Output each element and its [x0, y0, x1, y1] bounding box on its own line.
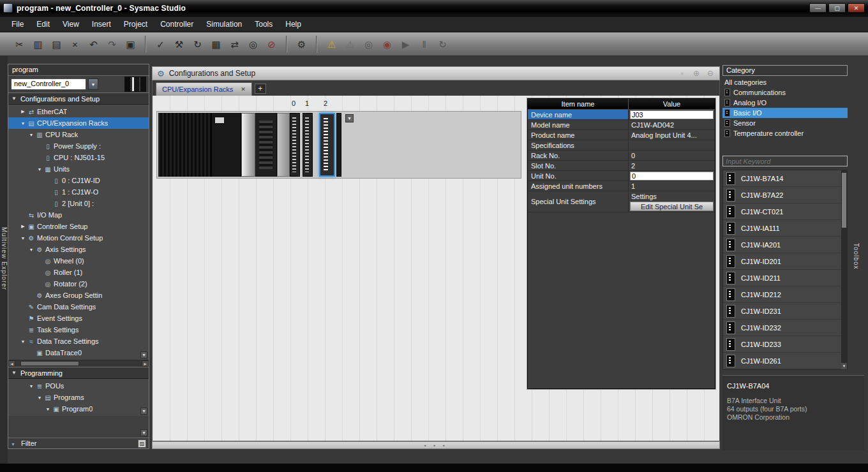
redo-button[interactable]: ↷	[103, 36, 121, 53]
collapse-icon[interactable]: ▼	[36, 395, 43, 400]
unit-item-cj1w-ct021[interactable]: CJ1W-CT021	[723, 203, 841, 220]
property-label-specifications[interactable]: Specifications	[528, 140, 629, 150]
monitor-button[interactable]: ◎	[360, 36, 377, 53]
menu-item-help[interactable]: Help	[279, 18, 308, 31]
menu-item-file[interactable]: File	[5, 18, 30, 31]
menu-item-view[interactable]: View	[56, 18, 86, 31]
check-program-button[interactable]: ✓	[152, 36, 169, 53]
tree-scroll-down-button[interactable]	[140, 351, 147, 358]
configurations-section-header[interactable]: Configurations and Setup	[8, 92, 149, 105]
property-label-model-name[interactable]: Model name	[528, 120, 629, 129]
rack-dropdown-button[interactable]	[345, 114, 354, 122]
cut-button[interactable]: ✂	[11, 36, 28, 53]
power-supply-unit[interactable]	[158, 113, 212, 177]
clear-warning-button[interactable]: ⚠	[341, 36, 359, 53]
tree-item-axes-group-settin[interactable]: ⚙Axes Group Settin	[8, 290, 149, 301]
controller-dropdown[interactable]: new_Controller_0	[11, 78, 86, 90]
chevron-down-icon[interactable]	[88, 78, 98, 90]
collapse-icon[interactable]: ▼	[27, 384, 35, 388]
tree-item-roller-1[interactable]: ◎Roller (1)	[8, 267, 149, 278]
unit-item-cj1w-id212[interactable]: CJ1W-ID212	[723, 286, 841, 303]
property-label-slot-no[interactable]: Slot No.	[528, 161, 629, 170]
menu-item-simulation[interactable]: Simulation	[200, 18, 248, 31]
tree-item-rotator-2[interactable]: ◎Rotator (2)	[8, 278, 149, 290]
add-tab-button[interactable]: +	[255, 84, 266, 94]
category-sensor[interactable]: Sensor	[722, 118, 848, 128]
tree-item-units[interactable]: ▼▦Units	[8, 163, 149, 175]
run-button[interactable]: ▶	[397, 36, 414, 53]
tree-item-i-o-map[interactable]: ⇆I/O Map	[8, 209, 149, 221]
tree-item-motion-control-setup[interactable]: ▼⚙Motion Control Setup	[8, 232, 149, 244]
scroll-down-icon[interactable]	[841, 363, 847, 369]
unit-item-cj1w-id201[interactable]: CJ1W-ID201	[723, 253, 841, 270]
tree-item-1-cj1w-o[interactable]: ▯1 : CJ1W-O	[8, 186, 149, 198]
close-button[interactable]: ✕	[848, 3, 865, 13]
unit-slot-1[interactable]	[303, 113, 313, 177]
keyword-search-input[interactable]	[722, 156, 848, 166]
tree-item-ethercat[interactable]: ▶⇄EtherCAT	[8, 106, 149, 117]
unit-item-cj1w-id232[interactable]: CJ1W-ID232	[723, 320, 841, 336]
property-label-special-unit-settings[interactable]: Special Unit Settings	[528, 191, 629, 212]
unit-item-cj1w-id231[interactable]: CJ1W-ID231	[723, 303, 841, 320]
property-label-device-name[interactable]: Device name	[528, 110, 629, 119]
memory-card-unit[interactable]	[241, 113, 255, 177]
horizontal-splitter[interactable]	[152, 441, 720, 449]
tab-close-icon[interactable]	[241, 86, 246, 92]
scrollbar-track[interactable]	[15, 360, 142, 367]
menu-item-edit[interactable]: Edit	[30, 18, 56, 31]
expand-icon[interactable]: ▶	[19, 109, 27, 114]
copy-button[interactable]: ▥	[29, 36, 47, 53]
collapse-icon[interactable]: ▼	[36, 167, 43, 172]
unit-item-cj1w-b7a22[interactable]: CJ1W-B7A22	[723, 187, 841, 203]
collapse-icon[interactable]: ▼	[27, 247, 35, 252]
edit-special-unit-settings-button[interactable]: Edit Special Unit Se	[630, 202, 714, 211]
unit-slot-2-selected[interactable]	[319, 113, 335, 177]
category-communications[interactable]: Communications	[722, 87, 848, 98]
rebuild-button[interactable]: ↻	[189, 36, 206, 53]
scroll-right-icon[interactable]	[142, 360, 149, 367]
tree-item-pous[interactable]: ▼≣POUs	[8, 380, 149, 392]
tree-item-power-supply[interactable]: ▯Power Supply :	[8, 140, 149, 152]
tree-item-cpu-expansion-racks[interactable]: ▼▤CPU/Expansion Racks	[8, 117, 149, 129]
minimize-button[interactable]: —	[809, 3, 827, 13]
multiview-explorer-tab[interactable]: Multiview Explorer	[1, 227, 8, 290]
abort-button[interactable]: ⊘	[263, 36, 280, 53]
search-button[interactable]: ◎	[244, 36, 262, 53]
tree-item-program0[interactable]: ▼▣Program0	[8, 403, 149, 415]
tab-cpu-expansion-racks[interactable]: CPU/Expansion Racks	[156, 82, 252, 96]
toolbox-tab[interactable]: Toolbox	[853, 243, 860, 269]
property-label-rack-no[interactable]: Rack No.	[528, 151, 629, 160]
menu-item-project[interactable]: Project	[117, 18, 154, 31]
tree-item-wheel-0[interactable]: ◎Wheel (0)	[8, 255, 149, 267]
undo-button[interactable]: ↶	[85, 36, 102, 53]
tree-item-cpu-rack[interactable]: ▼▥CPU Rack	[8, 129, 149, 140]
select-button[interactable]: ▣	[122, 36, 139, 53]
filter-settings-button[interactable]	[138, 439, 146, 448]
tree-item-cpu-nj501-15[interactable]: ▯CPU : NJ501-15	[8, 152, 149, 163]
category-all-categories[interactable]: All categories	[722, 77, 848, 87]
io-control-unit[interactable]	[255, 113, 277, 177]
menu-item-controller[interactable]: Controller	[154, 18, 200, 31]
programming-section-header[interactable]: Programming	[8, 367, 149, 379]
unit-slot-0[interactable]	[290, 113, 300, 177]
property-input-unit-no[interactable]	[630, 172, 714, 181]
build-button[interactable]: ⚒	[170, 36, 188, 53]
cpu-unit[interactable]	[212, 113, 241, 177]
tree-scroll-down-button[interactable]	[140, 429, 147, 436]
variable-table-button[interactable]: ▦	[207, 36, 225, 53]
property-label-unit-no[interactable]: Unit No.	[528, 171, 629, 181]
pause-button[interactable]: ‖	[415, 36, 433, 53]
zoom-in-icon[interactable]	[692, 69, 701, 78]
tree-item-programs[interactable]: ▼▤Programs	[8, 392, 149, 403]
scrollbar-thumb[interactable]	[842, 173, 846, 228]
zoom-out-icon[interactable]	[706, 69, 715, 78]
maximize-button[interactable]: ▢	[828, 3, 846, 13]
cross-reference-button[interactable]: ⇄	[226, 36, 243, 53]
property-label-product-name[interactable]: Product name	[528, 130, 629, 140]
scrollbar-thumb[interactable]	[20, 361, 79, 366]
scroll-left-icon[interactable]	[8, 360, 15, 367]
tree-item-2-unit-0[interactable]: ▯2 [Unit 0] :	[8, 198, 149, 209]
collapse-icon[interactable]: ▼	[27, 133, 35, 137]
collapse-icon[interactable]: ▼	[19, 236, 27, 240]
tree-item-controller-setup[interactable]: ▶▣Controller Setup	[8, 221, 149, 232]
